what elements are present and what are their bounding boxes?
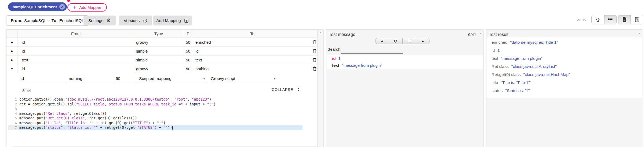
refresh-button[interactable]: [389, 38, 402, 44]
field-value: "message from plugin": [342, 63, 382, 68]
mapper-chip[interactable]: sampleSQLEnrichment ✕: [8, 2, 67, 11]
mapping-table-row[interactable]: ▼idgroovy50nothing: [6, 64, 318, 73]
field-value: 1: [338, 56, 340, 61]
editor-to-field[interactable]: nothing: [69, 75, 115, 83]
expand-row-icon[interactable]: ▶: [6, 47, 18, 55]
line-number: 3: [8, 106, 19, 111]
json-view-button[interactable]: {}: [592, 15, 604, 24]
result-field-row: id1: [492, 48, 642, 56]
history-icon: [143, 18, 147, 23]
field-key: status: [492, 88, 503, 93]
notification-dot: [67, 0, 70, 2]
row-type-value: groovy: [134, 38, 183, 46]
document-view-button[interactable]: [618, 15, 631, 24]
close-icon[interactable]: ✕: [59, 4, 65, 10]
field-key: id: [332, 56, 336, 61]
search-input[interactable]: [341, 49, 403, 54]
mapping-table-row[interactable]: ▶idgroovy50enriched: [6, 38, 318, 47]
field-key: Ret.get(0) class: [492, 72, 521, 77]
result-field-row: Ret.get(0) class"class java.util.HashMap…: [492, 72, 642, 80]
settings-button[interactable]: Settings ⚙: [83, 16, 116, 25]
raw-view-button[interactable]: [402, 38, 416, 44]
mapping-table-row[interactable]: ▶textsimple50text: [6, 56, 318, 64]
gear-icon: ⚙: [106, 18, 111, 23]
code-line[interactable]: 4message.put("Ret class", ret.getClass()…: [8, 111, 316, 116]
document-icon: [622, 17, 627, 22]
test-message-title: Test message: [329, 32, 355, 37]
from-column-header: From: [18, 30, 134, 38]
p-column-header: P: [183, 30, 193, 38]
expand-row-icon[interactable]: ▶: [6, 38, 18, 46]
mapping-table-body: ▶idgroovy50enriched▶idsimple50id▶textsim…: [6, 38, 323, 73]
collapse-row-icon[interactable]: ▼: [6, 64, 18, 73]
message-field-row: id1: [327, 56, 483, 63]
code-line[interactable]: 7message.put("status", "Status is: '" + …: [8, 125, 316, 130]
delete-row-button[interactable]: [312, 64, 318, 73]
result-field-row: enriched"dato de mysql es: Title 1": [492, 40, 642, 48]
previous-message-button[interactable]: ◀: [375, 38, 389, 44]
scroll-up-icon[interactable]: ▲: [318, 31, 323, 34]
field-value: "message from plugin": [501, 56, 543, 61]
trash-icon: [312, 40, 317, 45]
field-value: "class java.util.HashMap": [523, 72, 570, 77]
delete-row-button[interactable]: [312, 56, 318, 64]
editor-from-field[interactable]: id: [21, 75, 66, 83]
groovy-script-editor[interactable]: 1option.getSql().open("jdbc:mysql://root…: [8, 95, 316, 146]
next-message-button[interactable]: ▶: [416, 38, 430, 44]
mapping-panel: From Type P To ▶idgroovy50enriched▶idsim…: [6, 30, 323, 147]
collapse-label: COLLAPSE: [272, 87, 293, 92]
add-mapping-button[interactable]: Add Mapping: [153, 16, 192, 25]
from-label: From:: [11, 18, 23, 23]
to-value: EnrichedSQL: [59, 18, 84, 23]
row-p-value: 50: [183, 38, 193, 46]
line-number: 7: [8, 125, 19, 130]
delete-row-button[interactable]: [312, 38, 318, 46]
row-from-value: id: [18, 38, 134, 46]
code-text: message.put("status", "Status is: '" + r…: [19, 125, 303, 130]
line-number: 4: [8, 111, 19, 116]
mapping-panel-scrollbar[interactable]: ▲: [317, 30, 323, 147]
editor-priority-value: 50: [116, 76, 120, 81]
code-line[interactable]: 3: [8, 106, 316, 111]
to-label: To:: [52, 18, 58, 23]
code-line[interactable]: 2ret = option.getSql().sql("SELECT title…: [8, 102, 316, 107]
chevron-down-icon: ▼: [203, 78, 205, 80]
result-field-row: text"message from plugin": [492, 56, 642, 64]
versions-button[interactable]: Versions: [119, 16, 152, 25]
row-to-value: id: [193, 47, 312, 55]
view-toggle-group-pane: [618, 15, 643, 24]
unfold-less-icon: [297, 87, 301, 92]
type-column-header: Type: [134, 30, 183, 38]
code-text: message.put("Ret.get(0) class", ret.get(…: [19, 116, 137, 121]
delete-row-button[interactable]: [312, 47, 318, 55]
message-nav-toolbar: ◀ ▶: [375, 38, 430, 44]
code-line[interactable]: 6message.put("title", "Title is: '" + re…: [8, 121, 316, 126]
collapse-button[interactable]: COLLAPSE: [272, 87, 301, 92]
view-label: VIEW: [577, 18, 587, 22]
code-text: message.put("title", "Title is: '" + ret…: [19, 121, 166, 126]
scroll-up-icon[interactable]: ▲: [638, 32, 641, 35]
trash-icon: [312, 49, 317, 54]
editor-priority-field[interactable]: 50: [116, 75, 137, 83]
field-value: "dato de mysql es: Title 1": [510, 40, 558, 45]
mapping-type-select[interactable]: Scripted mapping ▼: [139, 75, 208, 83]
test-message-panel: Test message 6/41 ▲ ◀ ▶ Search: id1text"…: [326, 30, 483, 147]
mapper-app: sampleSQLEnrichment ✕ + Add Mapper From:…: [0, 0, 644, 147]
to-column-header: To: [193, 30, 312, 38]
expand-row-icon[interactable]: ▶: [6, 56, 18, 64]
mapping-table-row[interactable]: ▶idsimple50id: [6, 47, 318, 56]
mapping-table-header: From Type P To: [6, 30, 318, 38]
add-mapper-button[interactable]: + Add Mapper: [67, 3, 107, 12]
chevron-right-icon: ›: [48, 19, 50, 23]
expander-column-header: [6, 30, 18, 38]
code-line[interactable]: 5message.put("Ret.get(0) class", ret.get…: [8, 116, 316, 121]
script-language-select[interactable]: Groovy script ▼: [211, 75, 278, 83]
refresh-icon: [394, 39, 398, 43]
field-value: "Title is: 'Title 1'": [501, 80, 530, 85]
preview-search-button[interactable]: [631, 15, 643, 24]
scroll-up-icon[interactable]: ▲: [479, 32, 482, 35]
line-number: 2: [8, 102, 19, 107]
code-line[interactable]: 1option.getSql().open("jdbc:mysql://root…: [8, 97, 316, 102]
row-from-value: id: [18, 47, 134, 55]
list-view-button[interactable]: [604, 15, 616, 24]
